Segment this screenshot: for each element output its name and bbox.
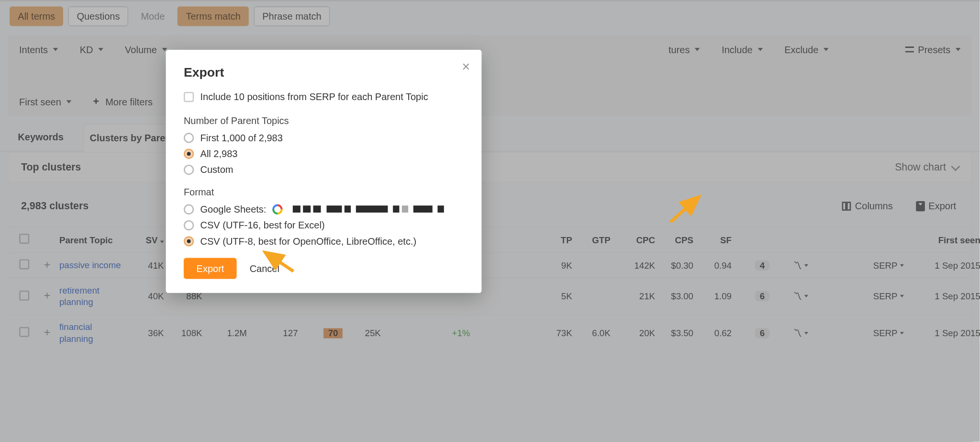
export-confirm-button[interactable]: Export [184, 258, 237, 279]
modal-title: Export [184, 65, 464, 80]
radio-all[interactable] [184, 148, 194, 159]
num-topics-label: Number of Parent Topics [184, 115, 464, 126]
include-serp-label: Include 10 positions from SERP for each … [200, 91, 428, 102]
include-serp-checkbox[interactable] [184, 91, 194, 102]
radio-first-1000[interactable] [184, 133, 194, 143]
radio-custom[interactable] [184, 164, 194, 174]
modal-overlay[interactable] [0, 0, 980, 442]
export-modal: × Export Include 10 positions from SERP … [166, 50, 482, 293]
cancel-button[interactable]: Cancel [250, 263, 279, 274]
google-icon [273, 204, 283, 214]
format-label: Format [184, 186, 464, 197]
gsheets-account-redacted [293, 204, 446, 215]
radio-gsheets[interactable] [184, 204, 194, 214]
radio-csv16[interactable] [184, 220, 194, 230]
close-icon[interactable]: × [462, 60, 470, 74]
radio-csv8[interactable] [184, 236, 194, 246]
